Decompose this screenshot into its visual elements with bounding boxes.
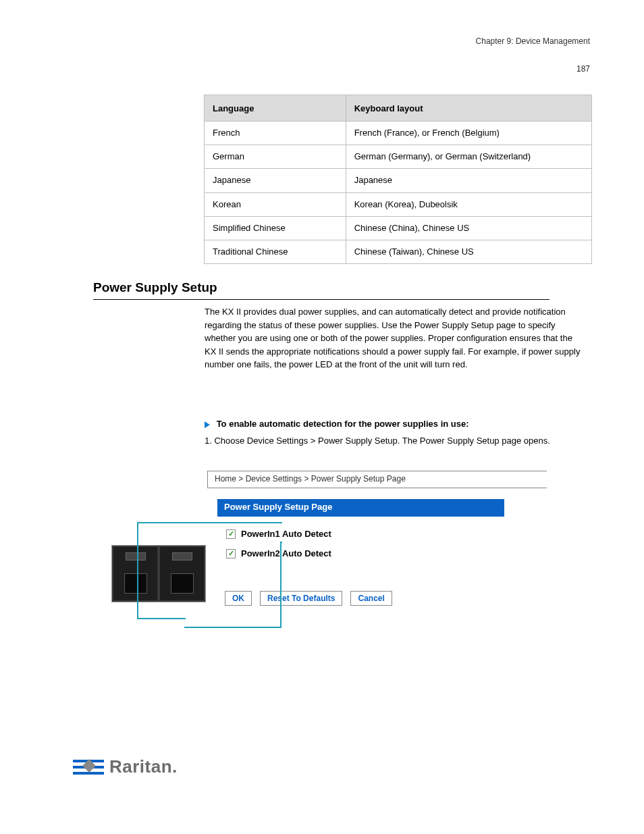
power-plug-icon	[171, 573, 194, 594]
power-switch-icon	[126, 552, 146, 561]
check-icon: ✓	[228, 530, 234, 538]
raritan-logo-text: Raritan.	[109, 756, 178, 777]
power-supply-photo	[111, 545, 206, 602]
table-row: German German (Germany), or German (Swit…	[205, 145, 592, 169]
table-header-language: Language	[205, 95, 346, 122]
leader-line	[280, 542, 281, 628]
power-supply-diagram: Home > Device Settings > Power Supply Se…	[105, 471, 550, 633]
checkbox-row-powerin2: ✓ PowerIn2 Auto Detect	[226, 548, 331, 558]
table-cell-sample: Chinese (Taiwan), Chinese US	[346, 240, 591, 263]
table-row: Japanese Japanese	[205, 169, 592, 192]
leader-line	[137, 522, 138, 619]
raritan-logo: Raritan.	[73, 756, 178, 777]
power-plug-icon	[124, 573, 147, 594]
breadcrumb: Home > Device Settings > Power Supply Se…	[207, 471, 547, 488]
leader-line	[137, 522, 282, 523]
leader-line	[280, 542, 282, 543]
table-cell-language: Simplified Chinese	[205, 216, 346, 240]
table-cell-sample: Korean (Korea), Dubeolsik	[346, 192, 591, 216]
leader-line	[184, 627, 281, 628]
checkbox-label: PowerIn2 Auto Detect	[241, 548, 331, 558]
check-icon: ✓	[228, 550, 234, 557]
section-heading-wrap: Power Supply Setup	[93, 280, 549, 300]
section-heading: Power Supply Setup	[93, 280, 549, 295]
table-row: French French (France), or French (Belgi…	[205, 122, 592, 145]
table-cell-language: French	[205, 122, 346, 145]
table-cell-language: Korean	[205, 192, 346, 216]
checkbox-row-powerin1: ✓ PowerIn1 Auto Detect	[226, 529, 331, 539]
checkbox-label: PowerIn1 Auto Detect	[241, 529, 331, 539]
table-row: Korean Korean (Korea), Dubeolsik	[205, 192, 592, 216]
table-row: Traditional Chinese Chinese (Taiwan), Ch…	[205, 240, 592, 263]
table-cell-language: German	[205, 145, 346, 169]
step-heading-text: To enable automatic detection for the po…	[217, 419, 469, 429]
ok-button[interactable]: OK	[225, 591, 252, 606]
checkbox-powerin1[interactable]: ✓	[226, 529, 236, 539]
step-item: 1. Choose Device Settings > Power Supply…	[205, 434, 583, 448]
arrow-right-icon	[205, 421, 210, 428]
table-cell-sample: French (France), or French (Belgium)	[346, 122, 591, 145]
body-paragraph: The KX II provides dual power supplies, …	[205, 305, 583, 371]
cancel-button[interactable]: Cancel	[350, 591, 392, 606]
psu-unit-right	[159, 546, 205, 602]
table-cell-sample: German (Germany), or German (Switzerland…	[346, 145, 591, 169]
step-heading: To enable automatic detection for the po…	[205, 419, 469, 429]
checkbox-powerin2[interactable]: ✓	[226, 549, 236, 558]
power-switch-icon	[172, 552, 192, 561]
panel-title: Power Supply Setup Page	[217, 499, 504, 517]
psu-unit-left	[112, 546, 159, 602]
reset-to-defaults-button[interactable]: Reset To Defaults	[260, 591, 342, 606]
table-header-sample: Keyboard layout	[346, 95, 591, 122]
table-cell-language: Traditional Chinese	[205, 240, 346, 263]
leader-line	[137, 618, 186, 619]
page-number: 187	[576, 64, 590, 74]
chapter-header: Chapter 9: Device Management	[476, 36, 590, 46]
table-cell-sample: Japanese	[346, 169, 591, 192]
raritan-logo-mark-icon	[73, 757, 105, 777]
table-cell-sample: Chinese (China), Chinese US	[346, 216, 591, 240]
button-row: OK Reset To Defaults Cancel	[225, 591, 392, 606]
table-row: Simplified Chinese Chinese (China), Chin…	[205, 216, 592, 240]
table-cell-language: Japanese	[205, 169, 346, 192]
language-sample-table: Language Keyboard layout French French (…	[204, 95, 592, 264]
